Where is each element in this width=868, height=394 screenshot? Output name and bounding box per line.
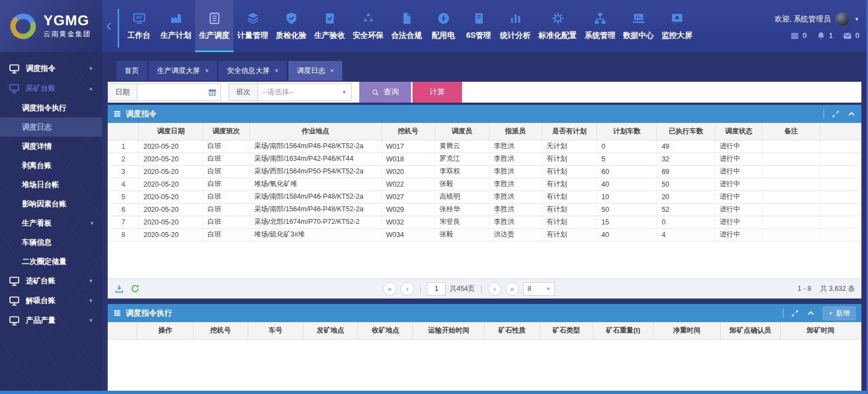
app-window: YGMG 云南黄金集团 调度指令 ▼ 采矿台账 ▲ 调度指令执行 调度日志 调度… [0, 0, 868, 394]
table-cell: 堆场/氧化矿堆 [249, 178, 381, 190]
table-cell: 李胜洪 [489, 165, 542, 178]
table-row[interactable]: 82020-05-20白班堆场/硫化矿3#堆W034张毅洪达贵有计划404进行中 [108, 228, 861, 241]
sidebar-item-vehicle-info[interactable]: 车辆信息 [0, 233, 102, 252]
collapse-up-icon[interactable] [806, 309, 815, 318]
sidebar-item-dispatch-orders[interactable]: 调度指令 ▼ [0, 59, 102, 78]
nav-item-safety-environment[interactable]: 安全环保 [349, 0, 387, 52]
avatar[interactable] [835, 12, 850, 27]
table-row[interactable]: 62020-05-20白班采场/南部/1564m/P46-P48/KT52-2a… [108, 203, 861, 216]
table-header-row: 操作 挖机号 车号 发矿地点 收矿地点 运输开始时间 矿石性质 矿石类型 矿石重… [108, 322, 861, 339]
table-cell: 50 [597, 203, 657, 216]
display-icon [670, 12, 684, 25]
query-button[interactable]: 查询 [359, 82, 411, 103]
alert-badge[interactable]: 1 [816, 31, 833, 41]
nav-item-6s-management[interactable]: 6S管理 [461, 0, 496, 52]
page-size-select[interactable]: 8 ▼ [523, 282, 555, 296]
nav-label: 生产调度 [199, 31, 230, 41]
last-page-button[interactable]: » [505, 282, 519, 296]
layers-icon [246, 12, 260, 25]
sidebar-item-stockyard-daily-ledger[interactable]: 堆场日台帐 [0, 175, 102, 194]
table-cell [820, 203, 861, 216]
sidebar-item-production-board[interactable]: 生产看板▼ [0, 213, 102, 233]
table-row[interactable]: 22020-05-20白班采场/南部/1634m/P42-P46/KT44W01… [108, 153, 861, 165]
chevron-down-icon: ▼ [88, 298, 93, 303]
table-cell: 宋登良 [435, 216, 489, 228]
table-row[interactable]: 12020-05-20白班采场/南部/1564m/P46-P48/KT52-2a… [108, 140, 861, 153]
sidebar-item-product-output[interactable]: 产品产量 ▼ [0, 311, 102, 330]
refresh-icon[interactable] [130, 284, 140, 294]
nav-item-production-dispatch[interactable]: 生产调度 [195, 0, 233, 52]
tab-safety-info-screen[interactable]: 安全信息大屏 × [219, 61, 287, 81]
table-cell [763, 203, 820, 216]
column-header: 卸矿时间 [781, 322, 861, 339]
table-row[interactable]: 32020-05-20白班采场/西部/1564m/P50-P54/KT52-2a… [108, 165, 861, 178]
sidebar-item-dispatch-log[interactable]: 调度日志 [0, 117, 102, 137]
user-menu[interactable]: 欢迎, 系统管理员 ▼ [775, 12, 859, 27]
download-icon[interactable] [114, 284, 124, 294]
tab-home[interactable]: 首页 [116, 61, 147, 81]
nav-item-data-center[interactable]: 数据中心 [619, 0, 658, 52]
calendar-icon[interactable] [208, 88, 217, 97]
nav-item-standard-config[interactable]: 标准化配置 [535, 0, 581, 52]
sidebar-item-desorption-ledger[interactable]: 解吸台账 ▼ [0, 291, 102, 311]
sidebar-item-mining-ledger[interactable]: 采矿台账 ▲ [0, 78, 102, 98]
collapse-up-icon[interactable] [847, 110, 856, 119]
nav-item-statistics[interactable]: 统计分析 [496, 0, 535, 52]
dispatch-orders-panel: 调度指令 调度日期 调度班次 作业地点 [108, 105, 861, 299]
tab-production-dispatch-screen[interactable]: 生产调度大屏 × [149, 61, 217, 81]
tab-dispatch-log[interactable]: 调度日志 × [288, 61, 342, 81]
nav-item-quality-inspection[interactable]: 质检化验 [272, 0, 310, 52]
panel-header: 调度指令执行 + 新增 [108, 304, 861, 322]
message-count: 0 [855, 32, 859, 40]
sidebar-item-beneficiation-ledger[interactable]: 选矿台账 ▼ [0, 271, 102, 291]
nav-label: 6S管理 [466, 31, 491, 41]
table-row[interactable]: 72020-05-20白班采场/北部/1674m/P70-P72/KT52-2W… [108, 216, 861, 228]
nav-item-system-management[interactable]: 系统管理 [581, 0, 619, 52]
calculate-button-label: 计算 [430, 87, 445, 97]
calculate-button[interactable]: 计算 [413, 82, 462, 103]
table-row[interactable]: 52020-05-20白班采场/南部/1584m/P46-P48/KT52-2a… [108, 190, 861, 203]
sidebar-item-dispatch-detail[interactable]: 调度详情 [0, 137, 102, 156]
close-icon[interactable]: × [205, 67, 209, 75]
table-cell: 4 [657, 228, 715, 241]
table-cell: 进行中 [715, 190, 762, 203]
nav-item-monitor-screen[interactable]: 监控大屏 [658, 0, 696, 52]
factory-icon [169, 12, 183, 25]
expand-icon[interactable] [791, 309, 799, 318]
todo-badge[interactable]: 0 [790, 31, 806, 41]
nav-item-power-distribution[interactable]: 配用电 [426, 0, 461, 52]
page-number-input[interactable] [427, 282, 446, 296]
nav-item-production-plan[interactable]: 生产计划 [157, 0, 195, 52]
table-row[interactable]: 42020-05-20白班堆场/氧化矿堆W022张毅李胜洪有计划4050进行中 [108, 178, 861, 190]
close-icon[interactable]: × [330, 67, 334, 75]
column-header: 运输开始时间 [413, 322, 485, 339]
chevron-down-icon: ▼ [88, 318, 93, 323]
add-button[interactable]: + 新增 [822, 306, 856, 320]
date-input[interactable] [137, 84, 208, 100]
table-cell: 有计划 [542, 153, 597, 165]
dispatch-orders-table: 调度日期 调度班次 作业地点 挖机号 调度员 指派员 是否有计划 计划车数 已执… [108, 123, 861, 278]
close-icon[interactable]: × [275, 67, 279, 75]
shift-select[interactable]: --请选择-- ▼ [258, 83, 352, 101]
book-icon [472, 12, 486, 25]
sidebar-item-dispatch-execution[interactable]: 调度指令执行 [0, 98, 102, 117]
table-cell [763, 228, 820, 241]
prev-page-button[interactable]: ‹ [400, 282, 414, 296]
divider: | [420, 284, 422, 293]
first-page-button[interactable]: « [383, 282, 397, 296]
sidebar-item-secondary-delineated-reserves[interactable]: 二次圈定储量 [0, 252, 102, 271]
nav-item-workbench[interactable]: 工作台 [121, 0, 157, 52]
message-badge[interactable]: 0 [843, 31, 859, 41]
sidebar-item-impact-factor-ledger[interactable]: 影响因素台账 [0, 194, 102, 213]
next-page-button[interactable]: › [488, 282, 502, 296]
expand-icon[interactable] [831, 110, 840, 119]
panel-title: 调度指令执行 [126, 308, 172, 318]
nav-item-production-acceptance[interactable]: 生产验收 [310, 0, 349, 52]
nav-label: 工作台 [127, 31, 151, 41]
sidebar-item-stripping-ledger[interactable]: 剥离台账 [0, 156, 102, 175]
nav-item-metering[interactable]: 计量管理 [233, 0, 272, 52]
bottom-scroll-bar[interactable] [0, 391, 868, 394]
nav-item-compliance[interactable]: 合法合规 [387, 0, 426, 52]
table-cell: 5 [597, 153, 657, 165]
sidebar-collapse-button[interactable] [102, 0, 116, 52]
